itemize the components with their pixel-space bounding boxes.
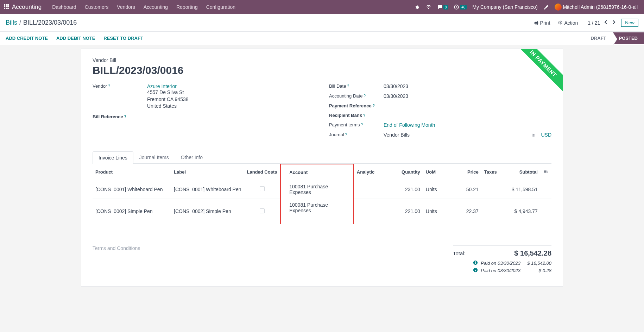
cell-uom: Units: [423, 180, 449, 199]
journal-label: Journal?: [329, 132, 384, 137]
messages-icon[interactable]: 8: [434, 4, 451, 10]
cell-analytic: [354, 199, 386, 224]
table-row[interactable]: [CONS_0002] Simple Pen [CONS_0002] Simpl…: [93, 199, 551, 224]
svg-line-14: [418, 8, 419, 8]
cell-subtotal: $ 11,598.51: [500, 180, 541, 199]
add-credit-note-button[interactable]: ADD CREDIT NOTE: [6, 36, 48, 41]
nav-reporting[interactable]: Reporting: [172, 4, 202, 10]
breadcrumb-current: BILL/2023/03/0016: [23, 19, 77, 26]
activities-icon[interactable]: 46: [451, 4, 469, 10]
help-icon[interactable]: ?: [373, 104, 375, 108]
help-icon[interactable]: ?: [124, 115, 126, 119]
tab-other-info[interactable]: Other Info: [175, 151, 209, 163]
paid2-label: Paid on 03/30/2023: [481, 268, 520, 273]
cell-landed: [244, 199, 281, 224]
col-product[interactable]: Product: [93, 164, 171, 180]
control-bar: Bills / BILL/2023/03/0016 Print Action 1…: [0, 14, 644, 32]
terms-placeholder[interactable]: Terms and Conditions: [93, 245, 453, 275]
vendor-label: Vendor?: [93, 83, 147, 89]
reset-to-draft-button[interactable]: RESET TO DRAFT: [103, 36, 143, 41]
payterms-link[interactable]: End of Following Month: [384, 122, 435, 128]
help-icon[interactable]: ?: [363, 113, 365, 117]
bill-date-value: 03/30/2023: [384, 83, 551, 89]
cell-product: [CONS_0001] Whiteboard Pen: [93, 180, 171, 199]
pager-prev[interactable]: [602, 18, 610, 27]
paid1-amount: $ 16,542.00: [523, 261, 551, 266]
help-icon[interactable]: ?: [108, 84, 110, 88]
recipient-bank-label: Recipient Bank?: [329, 113, 384, 118]
cell-label: [CONS_0001] Whiteboard Pen: [171, 180, 244, 199]
bill-ref-label: Bill Reference?: [93, 114, 147, 119]
pager-next[interactable]: [610, 18, 618, 27]
help-icon[interactable]: ?: [347, 84, 349, 88]
doc-title: BILL/2023/03/0016: [93, 64, 551, 76]
svg-rect-6: [4, 8, 5, 9]
pager: 1 / 21: [588, 20, 600, 26]
nav-vendors[interactable]: Vendors: [113, 4, 139, 10]
cell-account: 100081 Purchase Expenses: [280, 180, 353, 199]
info-icon[interactable]: [473, 268, 478, 274]
tab-invoice-lines[interactable]: Invoice Lines: [93, 151, 133, 164]
tab-journal-items[interactable]: Journal Items: [133, 151, 175, 163]
company-selector[interactable]: My Company (San Francisco): [469, 4, 540, 10]
nav-dashboard[interactable]: Dashboard: [48, 4, 81, 10]
breadcrumb-root[interactable]: Bills: [6, 19, 17, 26]
checkbox[interactable]: [260, 186, 265, 191]
vendor-addr1: 4557 De Silva St: [147, 89, 315, 96]
svg-rect-2: [7, 4, 9, 6]
cell-price: 50.21: [448, 180, 481, 199]
vendor-link[interactable]: Azure Interior: [147, 83, 315, 89]
currency-link[interactable]: USD: [541, 132, 551, 138]
acct-date-label: Accounting Date?: [329, 93, 384, 99]
help-icon[interactable]: ?: [364, 94, 366, 98]
breadcrumb: Bills / BILL/2023/03/0016: [6, 19, 77, 26]
nav-configuration[interactable]: Configuration: [202, 4, 240, 10]
nav-accounting[interactable]: Accounting: [139, 4, 172, 10]
info-icon[interactable]: [473, 260, 478, 266]
status-bar: ADD CREDIT NOTE ADD DEBIT NOTE RESET TO …: [0, 32, 644, 45]
user-menu[interactable]: Mitchell Admin (26815976-16-0-all: [552, 4, 640, 11]
svg-point-15: [428, 8, 429, 9]
svg-rect-19: [535, 23, 537, 25]
action-button[interactable]: Action: [555, 19, 581, 27]
add-debit-note-button[interactable]: ADD DEBIT NOTE: [56, 36, 95, 41]
nav-customers[interactable]: Customers: [81, 4, 113, 10]
svg-point-26: [475, 261, 476, 262]
help-icon[interactable]: ?: [345, 133, 347, 137]
col-qty[interactable]: Quantity: [386, 164, 423, 180]
col-uom[interactable]: UoM: [423, 164, 449, 180]
table-row[interactable]: [CONS_0001] Whiteboard Pen [CONS_0001] W…: [93, 180, 551, 199]
col-label[interactable]: Label: [171, 164, 244, 180]
col-account[interactable]: Account: [280, 164, 353, 180]
app-name[interactable]: Accounting: [12, 4, 42, 11]
wifi-icon[interactable]: [423, 4, 434, 10]
apps-icon[interactable]: [4, 4, 9, 11]
col-settings-icon[interactable]: [541, 164, 551, 180]
col-analytic[interactable]: Analytic: [354, 164, 386, 180]
cell-label: [CONS_0002] Simple Pen: [171, 199, 244, 224]
status-posted[interactable]: POSTED: [613, 32, 644, 44]
payterms-label: Payment terms?: [329, 122, 384, 127]
gear-icon: [558, 20, 563, 25]
col-subtotal[interactable]: Subtotal: [500, 164, 541, 180]
svg-rect-4: [6, 6, 7, 7]
svg-rect-25: [475, 262, 476, 264]
print-button[interactable]: Print: [531, 19, 553, 27]
svg-rect-3: [4, 6, 5, 7]
total-label: Total:: [453, 250, 466, 256]
bill-date-label: Bill Date?: [329, 83, 384, 89]
svg-rect-0: [4, 4, 5, 6]
top-navbar: Accounting Dashboard Customers Vendors A…: [0, 0, 644, 14]
col-price[interactable]: Price: [448, 164, 481, 180]
help-icon[interactable]: ?: [361, 123, 363, 127]
new-button[interactable]: New: [621, 19, 638, 27]
tools-icon[interactable]: [541, 4, 552, 10]
checkbox[interactable]: [260, 208, 265, 213]
col-taxes[interactable]: Taxes: [481, 164, 500, 180]
status-draft[interactable]: DRAFT: [584, 32, 612, 44]
bug-icon[interactable]: [412, 4, 423, 10]
acct-date-value: 03/30/2023: [384, 93, 551, 99]
col-landed[interactable]: Landed Costs: [244, 164, 281, 180]
cell-account: 100081 Purchase Expenses: [280, 199, 353, 224]
svg-point-9: [416, 6, 419, 9]
